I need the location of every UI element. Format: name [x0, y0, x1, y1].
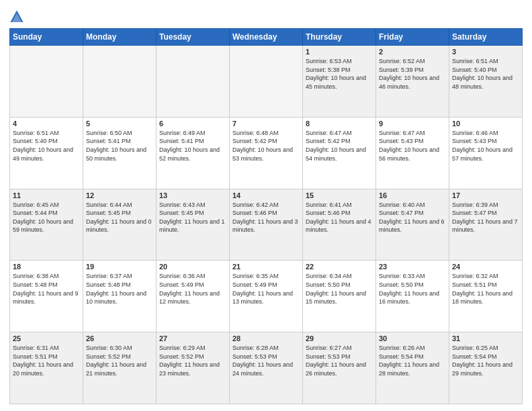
day-number: 19 — [86, 263, 153, 271]
cell-details: Sunrise: 6:35 AMSunset: 5:49 PMDaylight:… — [232, 272, 300, 306]
day-number: 12 — [86, 191, 153, 199]
weekday-header-monday: Monday — [83, 29, 157, 46]
calendar-week-2: 4Sunrise: 6:51 AMSunset: 5:40 PMDaylight… — [10, 117, 523, 189]
day-number: 6 — [159, 120, 226, 128]
day-number: 2 — [379, 48, 446, 56]
day-number: 27 — [159, 334, 226, 342]
calendar-cell: 17Sunrise: 6:39 AMSunset: 5:47 PMDayligh… — [449, 189, 523, 261]
day-number: 24 — [452, 263, 519, 271]
day-number: 17 — [452, 191, 519, 199]
weekday-header-row: SundayMondayTuesdayWednesdayThursdayFrid… — [10, 29, 523, 46]
cell-details: Sunrise: 6:43 AMSunset: 5:45 PMDaylight:… — [159, 201, 226, 234]
cell-details: Sunrise: 6:32 AMSunset: 5:51 PMDaylight:… — [452, 272, 519, 306]
calendar-cell: 22Sunrise: 6:34 AMSunset: 5:50 PMDayligh… — [303, 261, 376, 332]
calendar-cell: 15Sunrise: 6:41 AMSunset: 5:46 PMDayligh… — [303, 189, 376, 261]
calendar-cell — [230, 46, 303, 118]
day-number: 10 — [452, 120, 519, 128]
day-number: 21 — [232, 263, 300, 271]
calendar-cell: 27Sunrise: 6:29 AMSunset: 5:52 PMDayligh… — [157, 332, 230, 404]
calendar-cell: 29Sunrise: 6:27 AMSunset: 5:53 PMDayligh… — [303, 332, 376, 404]
calendar-cell: 28Sunrise: 6:28 AMSunset: 5:53 PMDayligh… — [230, 332, 303, 404]
day-number: 18 — [13, 263, 80, 271]
calendar-cell: 23Sunrise: 6:33 AMSunset: 5:50 PMDayligh… — [376, 261, 449, 332]
day-number: 11 — [13, 191, 80, 199]
cell-details: Sunrise: 6:26 AMSunset: 5:54 PMDaylight:… — [379, 344, 446, 377]
day-number: 23 — [379, 263, 446, 271]
calendar-cell: 3Sunrise: 6:51 AMSunset: 5:40 PMDaylight… — [449, 46, 523, 118]
calendar-cell: 7Sunrise: 6:48 AMSunset: 5:42 PMDaylight… — [230, 117, 303, 189]
calendar-cell: 21Sunrise: 6:35 AMSunset: 5:49 PMDayligh… — [230, 261, 303, 332]
cell-details: Sunrise: 6:51 AMSunset: 5:40 PMDaylight:… — [13, 129, 80, 163]
cell-details: Sunrise: 6:46 AMSunset: 5:43 PMDaylight:… — [452, 129, 519, 163]
cell-details: Sunrise: 6:27 AMSunset: 5:53 PMDaylight:… — [306, 344, 373, 377]
weekday-header-sunday: Sunday — [10, 29, 83, 46]
day-number: 7 — [232, 120, 300, 128]
logo — [9, 9, 27, 24]
calendar-cell — [157, 46, 230, 118]
day-number: 22 — [306, 263, 373, 271]
calendar-table: SundayMondayTuesdayWednesdayThursdayFrid… — [9, 28, 523, 404]
cell-details: Sunrise: 6:38 AMSunset: 5:48 PMDaylight:… — [13, 272, 80, 306]
cell-details: Sunrise: 6:45 AMSunset: 5:44 PMDaylight:… — [13, 201, 80, 234]
cell-details: Sunrise: 6:33 AMSunset: 5:50 PMDaylight:… — [379, 272, 446, 306]
calendar-cell: 9Sunrise: 6:47 AMSunset: 5:43 PMDaylight… — [376, 117, 449, 189]
cell-details: Sunrise: 6:41 AMSunset: 5:46 PMDaylight:… — [306, 201, 373, 234]
cell-details: Sunrise: 6:34 AMSunset: 5:50 PMDaylight:… — [306, 272, 373, 306]
day-number: 5 — [86, 120, 153, 128]
day-number: 8 — [306, 120, 373, 128]
day-number: 29 — [306, 334, 373, 342]
day-number: 14 — [232, 191, 300, 199]
cell-details: Sunrise: 6:51 AMSunset: 5:40 PMDaylight:… — [452, 57, 519, 91]
day-number: 20 — [159, 263, 226, 271]
calendar-cell: 26Sunrise: 6:30 AMSunset: 5:52 PMDayligh… — [83, 332, 157, 404]
weekday-header-tuesday: Tuesday — [157, 29, 230, 46]
day-number: 3 — [452, 48, 519, 56]
cell-details: Sunrise: 6:40 AMSunset: 5:47 PMDaylight:… — [379, 201, 446, 234]
calendar-cell: 4Sunrise: 6:51 AMSunset: 5:40 PMDaylight… — [10, 117, 83, 189]
calendar-cell: 16Sunrise: 6:40 AMSunset: 5:47 PMDayligh… — [376, 189, 449, 261]
cell-details: Sunrise: 6:52 AMSunset: 5:39 PMDaylight:… — [379, 57, 446, 91]
generalblue-icon — [9, 9, 24, 24]
day-number: 13 — [159, 191, 226, 199]
calendar-cell: 25Sunrise: 6:31 AMSunset: 5:51 PMDayligh… — [10, 332, 83, 404]
weekday-header-friday: Friday — [376, 29, 449, 46]
calendar-cell: 6Sunrise: 6:49 AMSunset: 5:41 PMDaylight… — [157, 117, 230, 189]
header — [9, 7, 523, 24]
day-number: 31 — [452, 334, 519, 342]
day-number: 26 — [86, 334, 153, 342]
weekday-header-wednesday: Wednesday — [230, 29, 303, 46]
calendar-week-5: 25Sunrise: 6:31 AMSunset: 5:51 PMDayligh… — [10, 332, 523, 404]
calendar-cell: 1Sunrise: 6:53 AMSunset: 5:38 PMDaylight… — [303, 46, 376, 118]
cell-details: Sunrise: 6:44 AMSunset: 5:45 PMDaylight:… — [86, 201, 153, 234]
day-number: 9 — [379, 120, 446, 128]
calendar-cell: 12Sunrise: 6:44 AMSunset: 5:45 PMDayligh… — [83, 189, 157, 261]
day-number: 4 — [13, 120, 80, 128]
weekday-header-thursday: Thursday — [303, 29, 376, 46]
cell-details: Sunrise: 6:31 AMSunset: 5:51 PMDaylight:… — [13, 344, 80, 377]
day-number: 28 — [232, 334, 300, 342]
cell-details: Sunrise: 6:25 AMSunset: 5:54 PMDaylight:… — [452, 344, 519, 377]
calendar-cell: 30Sunrise: 6:26 AMSunset: 5:54 PMDayligh… — [376, 332, 449, 404]
day-number: 15 — [306, 191, 373, 199]
calendar-cell: 8Sunrise: 6:47 AMSunset: 5:42 PMDaylight… — [303, 117, 376, 189]
calendar-cell: 2Sunrise: 6:52 AMSunset: 5:39 PMDaylight… — [376, 46, 449, 118]
calendar-cell — [10, 46, 83, 118]
weekday-header-saturday: Saturday — [449, 29, 523, 46]
cell-details: Sunrise: 6:30 AMSunset: 5:52 PMDaylight:… — [86, 344, 153, 377]
cell-details: Sunrise: 6:49 AMSunset: 5:41 PMDaylight:… — [159, 129, 226, 163]
cell-details: Sunrise: 6:50 AMSunset: 5:41 PMDaylight:… — [86, 129, 153, 163]
cell-details: Sunrise: 6:53 AMSunset: 5:38 PMDaylight:… — [306, 57, 373, 91]
day-number: 25 — [13, 334, 80, 342]
cell-details: Sunrise: 6:37 AMSunset: 5:48 PMDaylight:… — [86, 272, 153, 306]
cell-details: Sunrise: 6:29 AMSunset: 5:52 PMDaylight:… — [159, 344, 226, 377]
calendar-cell — [83, 46, 157, 118]
day-number: 16 — [379, 191, 446, 199]
cell-details: Sunrise: 6:28 AMSunset: 5:53 PMDaylight:… — [232, 344, 300, 377]
cell-details: Sunrise: 6:47 AMSunset: 5:43 PMDaylight:… — [379, 129, 446, 163]
calendar-cell: 14Sunrise: 6:42 AMSunset: 5:46 PMDayligh… — [230, 189, 303, 261]
cell-details: Sunrise: 6:48 AMSunset: 5:42 PMDaylight:… — [232, 129, 300, 163]
calendar-week-4: 18Sunrise: 6:38 AMSunset: 5:48 PMDayligh… — [10, 261, 523, 332]
cell-details: Sunrise: 6:39 AMSunset: 5:47 PMDaylight:… — [452, 201, 519, 234]
calendar-cell: 19Sunrise: 6:37 AMSunset: 5:48 PMDayligh… — [83, 261, 157, 332]
calendar-cell: 24Sunrise: 6:32 AMSunset: 5:51 PMDayligh… — [449, 261, 523, 332]
